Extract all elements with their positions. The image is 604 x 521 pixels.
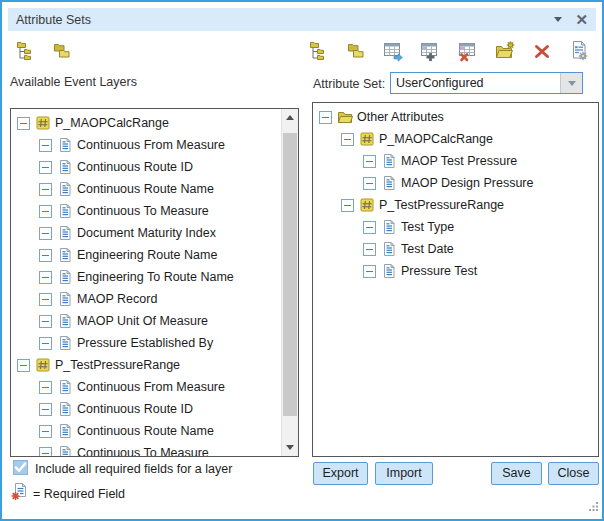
collapse-toggle-icon[interactable] bbox=[341, 133, 354, 146]
import-button[interactable]: Import bbox=[375, 462, 433, 485]
field-icon bbox=[57, 181, 73, 197]
titlebar-menu-icon[interactable] bbox=[554, 17, 562, 22]
collapse-toggle-icon[interactable] bbox=[17, 359, 30, 372]
export-button[interactable]: Export bbox=[313, 462, 368, 485]
field-icon bbox=[57, 401, 73, 417]
tree-item-label: MAOP Design Pressure bbox=[401, 176, 533, 190]
collapse-toggle-icon[interactable] bbox=[363, 221, 376, 234]
tree-item[interactable]: Engineering To Route Name bbox=[11, 266, 281, 288]
collapse-toggle-icon[interactable] bbox=[39, 161, 52, 174]
new-attribute-set-folder-icon[interactable] bbox=[494, 40, 516, 62]
collapse-toggle-icon[interactable] bbox=[39, 337, 52, 350]
tree-item[interactable]: Other Attributes bbox=[313, 106, 598, 128]
collapse-toggle-icon[interactable] bbox=[39, 249, 52, 262]
toolbar-right bbox=[308, 40, 590, 62]
collapse-toggle-icon[interactable] bbox=[39, 315, 52, 328]
field-icon bbox=[57, 137, 73, 153]
collapse-toggle-icon[interactable] bbox=[319, 111, 332, 124]
tree-item-label: Continuous Route ID bbox=[77, 402, 193, 416]
collapse-toggle-icon[interactable] bbox=[39, 271, 52, 284]
tree-item[interactable]: Engineering Route Name bbox=[11, 244, 281, 266]
field-icon bbox=[57, 159, 73, 175]
export-table-icon[interactable] bbox=[382, 40, 404, 62]
tree-item[interactable]: P_TestPressureRange bbox=[313, 194, 598, 216]
attribute-set-combobox[interactable]: UserConfigured bbox=[390, 72, 583, 94]
tree-item[interactable]: Document Maturity Index bbox=[11, 222, 281, 244]
tree-item[interactable]: MAOP Test Pressure bbox=[313, 150, 598, 172]
tree-item[interactable]: Test Date bbox=[313, 238, 598, 260]
tree-item[interactable]: Continuous Route ID bbox=[11, 156, 281, 178]
tree-item-label: Continuous Route Name bbox=[77, 424, 214, 438]
tree-item[interactable]: Continuous Route ID bbox=[11, 398, 281, 420]
tree-item-label: MAOP Record bbox=[77, 292, 157, 306]
tree-item-label: Continuous From Measure bbox=[77, 138, 225, 152]
tree-item[interactable]: Pressure Established By bbox=[11, 332, 281, 354]
tree-item[interactable]: P_TestPressureRange bbox=[11, 354, 281, 376]
scroll-down-icon[interactable] bbox=[282, 439, 298, 456]
page-settings-icon[interactable] bbox=[568, 40, 590, 62]
add-all-folders-icon[interactable] bbox=[51, 40, 73, 62]
field-icon bbox=[381, 263, 397, 279]
add-layer-tree-icon[interactable] bbox=[308, 40, 330, 62]
remove-table-icon[interactable] bbox=[457, 40, 479, 62]
collapse-toggle-icon[interactable] bbox=[363, 155, 376, 168]
field-icon bbox=[57, 379, 73, 395]
tree-item-label: Test Date bbox=[401, 242, 454, 256]
tree-item[interactable]: Continuous From Measure bbox=[11, 376, 281, 398]
tree-item[interactable]: MAOP Design Pressure bbox=[313, 172, 598, 194]
collapse-toggle-icon[interactable] bbox=[39, 293, 52, 306]
save-button[interactable]: Save bbox=[491, 462, 542, 485]
collapse-toggle-icon[interactable] bbox=[39, 139, 52, 152]
tree-item[interactable]: Pressure Test bbox=[313, 260, 598, 282]
collapse-toggle-icon[interactable] bbox=[363, 243, 376, 256]
tree-item[interactable]: Continuous Route Name bbox=[11, 420, 281, 442]
collapse-toggle-icon[interactable] bbox=[39, 183, 52, 196]
collapse-toggle-icon[interactable] bbox=[341, 199, 354, 212]
titlebar[interactable]: Attribute Sets ✕ bbox=[8, 8, 596, 31]
resize-grip[interactable] bbox=[588, 498, 599, 516]
tree-item-label: MAOP Unit Of Measure bbox=[77, 314, 208, 328]
close-button[interactable]: Close bbox=[548, 462, 599, 485]
tree-item[interactable]: MAOP Record bbox=[11, 288, 281, 310]
field-icon bbox=[381, 219, 397, 235]
tree-item[interactable]: Continuous Route Name bbox=[11, 178, 281, 200]
tree-item[interactable]: Test Type bbox=[313, 216, 598, 238]
tree-item[interactable]: Continuous To Measure bbox=[11, 200, 281, 222]
include-required-checkbox[interactable] bbox=[13, 460, 28, 475]
scroll-up-icon[interactable] bbox=[282, 109, 298, 126]
tree-item[interactable]: MAOP Unit Of Measure bbox=[11, 310, 281, 332]
collapse-toggle-icon[interactable] bbox=[39, 403, 52, 416]
add-all-folders-icon[interactable] bbox=[345, 40, 367, 62]
tree-item[interactable]: P_MAOPCalcRange bbox=[11, 112, 281, 134]
required-field-icon bbox=[11, 482, 29, 501]
collapse-toggle-icon[interactable] bbox=[39, 381, 52, 394]
collapse-toggle-icon[interactable] bbox=[17, 117, 30, 130]
collapse-toggle-icon[interactable] bbox=[39, 227, 52, 240]
delete-icon[interactable] bbox=[531, 40, 553, 62]
collapse-toggle-icon[interactable] bbox=[363, 265, 376, 278]
field-icon bbox=[381, 241, 397, 257]
available-event-layers-panel: P_MAOPCalcRangeContinuous From MeasureCo… bbox=[10, 108, 299, 457]
collapse-toggle-icon[interactable] bbox=[39, 425, 52, 438]
collapse-toggle-icon[interactable] bbox=[39, 447, 52, 457]
close-icon[interactable]: ✕ bbox=[575, 12, 588, 27]
field-icon bbox=[57, 335, 73, 351]
available-event-layers-label: Available Event Layers bbox=[10, 75, 137, 89]
tree-item-label: Pressure Established By bbox=[77, 336, 213, 350]
chevron-down-icon bbox=[568, 81, 576, 86]
tree-item-label: P_TestPressureRange bbox=[55, 358, 180, 372]
add-layer-tree-icon[interactable] bbox=[15, 40, 37, 62]
add-table-icon[interactable] bbox=[419, 40, 441, 62]
collapse-toggle-icon[interactable] bbox=[363, 177, 376, 190]
tree-item[interactable]: Continuous From Measure bbox=[11, 134, 281, 156]
combobox-dropdown-button[interactable] bbox=[560, 73, 582, 93]
field-icon bbox=[57, 225, 73, 241]
folder-icon bbox=[337, 109, 353, 125]
scrollbar-thumb[interactable] bbox=[283, 133, 297, 416]
collapse-toggle-icon[interactable] bbox=[39, 205, 52, 218]
field-icon bbox=[57, 291, 73, 307]
tree-item[interactable]: P_MAOPCalcRange bbox=[313, 128, 598, 150]
tree-item[interactable]: Continuous To Measure bbox=[11, 442, 281, 456]
vertical-scrollbar[interactable] bbox=[281, 109, 298, 456]
tree-item-label: Test Type bbox=[401, 220, 454, 234]
